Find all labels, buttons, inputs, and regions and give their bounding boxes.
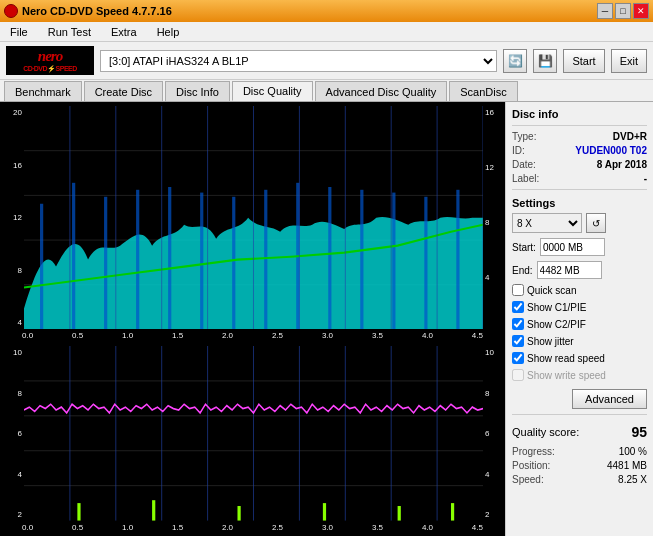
nero-logo-sub: CD·DVD⚡SPEED [23, 65, 77, 73]
upper-x-axis: 0.00.51.01.52.02.53.03.54.04.5 [4, 331, 501, 340]
svg-rect-17 [456, 190, 459, 330]
menu-bar: File Run Test Extra Help [0, 22, 653, 42]
divider-2 [512, 189, 647, 190]
tab-advanced-disc-quality[interactable]: Advanced Disc Quality [315, 81, 448, 101]
position-value: 4481 MB [607, 460, 647, 471]
type-label: Type: [512, 131, 536, 142]
quick-scan-label: Quick scan [527, 285, 576, 296]
refresh-icon-btn[interactable]: 🔄 [503, 49, 527, 73]
speed-setting-row: 8 X Max 4 X 12 X 16 X ↺ [512, 213, 647, 233]
close-button[interactable]: ✕ [633, 3, 649, 19]
minimize-button[interactable]: ─ [597, 3, 613, 19]
lower-chart-container: 10 8 6 4 2 [4, 346, 501, 521]
app-icon [4, 4, 18, 18]
svg-rect-6 [104, 197, 107, 330]
lower-y-axis-left: 10 8 6 4 2 [4, 346, 24, 521]
menu-file[interactable]: File [4, 24, 34, 40]
tab-benchmark[interactable]: Benchmark [4, 81, 82, 101]
upper-chart-container: 20 16 12 8 4 [4, 106, 501, 329]
label-label: Label: [512, 173, 539, 184]
svg-rect-14 [360, 190, 363, 330]
svg-rect-44 [323, 504, 326, 521]
tab-disc-quality[interactable]: Disc Quality [232, 81, 313, 101]
svg-rect-43 [237, 506, 240, 521]
c1-pie-checkbox[interactable] [512, 301, 524, 313]
write-speed-row: Show write speed [512, 369, 647, 381]
quality-score-row: Quality score: 95 [512, 424, 647, 440]
jitter-checkbox[interactable] [512, 335, 524, 347]
position-row: Position: 4481 MB [512, 460, 647, 471]
title-bar: Nero CD-DVD Speed 4.7.7.16 ─ □ ✕ [0, 0, 653, 22]
svg-rect-5 [72, 183, 75, 330]
save-icon-btn[interactable]: 💾 [533, 49, 557, 73]
upper-y-axis-right: 16 12 8 4 [483, 106, 501, 329]
start-mb-input[interactable]: 0000 MB [540, 238, 605, 256]
chart-area: 20 16 12 8 4 [0, 102, 505, 536]
date-label: Date: [512, 159, 536, 170]
lower-y-axis-right: 10 8 6 4 2 [483, 346, 501, 521]
svg-rect-13 [328, 187, 331, 329]
speed-row: Speed: 8.25 X [512, 474, 647, 485]
speed-value: 8.25 X [618, 474, 647, 485]
id-label: ID: [512, 145, 525, 156]
start-mb-label: Start: [512, 242, 536, 253]
speed-label: Speed: [512, 474, 544, 485]
drive-select[interactable]: [3:0] ATAPI iHAS324 A BL1P [100, 50, 497, 72]
start-button[interactable]: Start [563, 49, 604, 73]
speed-select[interactable]: 8 X Max 4 X 12 X 16 X [512, 213, 582, 233]
label-row: Label: - [512, 173, 647, 184]
nero-logo-text: nero [38, 48, 62, 65]
svg-rect-42 [152, 501, 155, 521]
settings-title: Settings [512, 197, 647, 209]
label-value: - [644, 173, 647, 184]
right-panel: Disc info Type: DVD+R ID: YUDEN000 T02 D… [505, 102, 653, 536]
menu-help[interactable]: Help [151, 24, 186, 40]
upper-y-axis-left: 20 16 12 8 4 [4, 106, 24, 329]
svg-rect-11 [264, 190, 267, 330]
svg-rect-45 [398, 506, 401, 521]
divider-3 [512, 414, 647, 415]
svg-rect-7 [136, 190, 139, 330]
end-mb-label: End: [512, 265, 533, 276]
read-speed-row: Show read speed [512, 352, 647, 364]
tab-create-disc[interactable]: Create Disc [84, 81, 163, 101]
svg-rect-46 [451, 504, 454, 521]
id-row: ID: YUDEN000 T02 [512, 145, 647, 156]
c2-pif-row: Show C2/PIF [512, 318, 647, 330]
c2-pif-label: Show C2/PIF [527, 319, 586, 330]
svg-rect-9 [200, 193, 203, 330]
progress-value: 100 % [619, 446, 647, 457]
tabs-bar: Benchmark Create Disc Disc Info Disc Qua… [0, 80, 653, 102]
svg-rect-8 [168, 187, 171, 329]
c1-pie-label: Show C1/PIE [527, 302, 586, 313]
exit-button[interactable]: Exit [611, 49, 647, 73]
advanced-button[interactable]: Advanced [572, 389, 647, 409]
write-speed-label: Show write speed [527, 370, 606, 381]
tab-scan-disc[interactable]: ScanDisc [449, 81, 517, 101]
lower-chart-svg [24, 346, 483, 521]
disc-info-title: Disc info [512, 108, 647, 120]
write-speed-checkbox[interactable] [512, 369, 524, 381]
main-content: 20 16 12 8 4 [0, 102, 653, 536]
position-label: Position: [512, 460, 550, 471]
quality-score-label: Quality score: [512, 426, 579, 438]
progress-label: Progress: [512, 446, 555, 457]
read-speed-label: Show read speed [527, 353, 605, 364]
window-title: Nero CD-DVD Speed 4.7.7.16 [22, 5, 172, 17]
maximize-button[interactable]: □ [615, 3, 631, 19]
type-row: Type: DVD+R [512, 131, 647, 142]
quick-scan-checkbox[interactable] [512, 284, 524, 296]
window-controls[interactable]: ─ □ ✕ [597, 3, 649, 19]
c2-pif-checkbox[interactable] [512, 318, 524, 330]
read-speed-checkbox[interactable] [512, 352, 524, 364]
tab-disc-info[interactable]: Disc Info [165, 81, 230, 101]
jitter-label: Show jitter [527, 336, 574, 347]
end-mb-input[interactable] [537, 261, 602, 279]
svg-rect-16 [424, 197, 427, 330]
menu-run-test[interactable]: Run Test [42, 24, 97, 40]
upper-chart [24, 106, 483, 329]
speed-refresh-icon[interactable]: ↺ [586, 213, 606, 233]
quality-score-value: 95 [631, 424, 647, 440]
menu-extra[interactable]: Extra [105, 24, 143, 40]
type-value: DVD+R [613, 131, 647, 142]
